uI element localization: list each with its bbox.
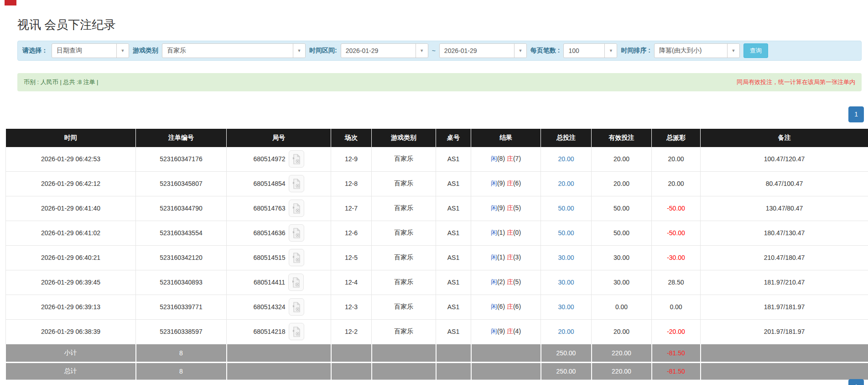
- total-bet-link[interactable]: 30.00: [558, 279, 574, 286]
- valid-bet-cell: 50.00: [592, 196, 652, 221]
- payout-cell: 20.00: [652, 147, 701, 172]
- video-file-icon: [292, 203, 301, 214]
- subtotal-remark-cell: [701, 344, 868, 362]
- table-no-cell: AS1: [436, 147, 471, 172]
- video-file-icon: [292, 153, 301, 165]
- total-table-cell: [436, 362, 471, 380]
- player-result-label: 闲: [491, 327, 497, 335]
- banker-result-score: (7): [513, 155, 521, 162]
- total-bet-link[interactable]: 50.00: [558, 229, 574, 237]
- query-type-select[interactable]: 日期查询 ▼: [52, 43, 129, 58]
- remark-cell: 181.97/210.47: [701, 270, 868, 295]
- column-header: 备注: [701, 129, 868, 147]
- game-type-cell: 百家乐: [372, 270, 436, 295]
- search-button[interactable]: 查询: [743, 43, 768, 58]
- total-bet-link[interactable]: 30.00: [558, 303, 574, 311]
- table-body: 2026-01-29 06:42:53523160347176680514972…: [6, 147, 868, 344]
- query-type-value: 日期查询: [52, 44, 116, 58]
- total-bet-cell: 30.00: [541, 270, 592, 295]
- video-button[interactable]: [289, 249, 304, 266]
- video-button[interactable]: [289, 200, 304, 217]
- session-cell: 12-2: [331, 319, 372, 344]
- total-bet-link[interactable]: 30.00: [558, 254, 574, 261]
- total-result-cell: [471, 362, 541, 380]
- game-type-cell: 百家乐: [372, 245, 436, 270]
- player-result-label: 闲: [491, 155, 497, 162]
- table-header-row: 时间注单编号局号场次游戏类别桌号结果总投注有效投注总派彩备注: [6, 129, 868, 147]
- total-bet-link[interactable]: 20.00: [558, 155, 574, 163]
- round-cell: 680514515: [227, 245, 331, 270]
- valid-bet-cell: 20.00: [592, 171, 652, 196]
- banker-result-score: (6): [513, 303, 521, 310]
- banker-result-score: (5): [513, 204, 521, 211]
- round-id: 680514636: [253, 229, 285, 237]
- same-round-notice: 同局有效投注，统一计算在该局第一张注单内: [737, 78, 855, 86]
- time-range-label: 时间区间:: [309, 47, 337, 55]
- page-button-1-bottom[interactable]: 1: [848, 379, 864, 385]
- subtotal-session-cell: [331, 344, 372, 362]
- subtotal-label-cell: 小计: [6, 344, 136, 362]
- date-from-select[interactable]: 2026-01-29 ▼: [341, 43, 428, 58]
- sort-select[interactable]: 降冪(由大到小) ▼: [654, 43, 740, 58]
- video-button[interactable]: [289, 150, 304, 168]
- video-button[interactable]: [289, 224, 304, 242]
- table-no-cell: AS1: [436, 270, 471, 295]
- session-cell: 12-6: [331, 221, 372, 245]
- time-cell: 2026-01-29 06:39:45: [6, 270, 136, 295]
- table-no-cell: AS1: [436, 196, 471, 221]
- valid-bet-cell: 30.00: [592, 245, 652, 270]
- game-type-select[interactable]: 百家乐 ▼: [162, 43, 306, 58]
- remark-cell: 210.47/180.47: [701, 245, 868, 270]
- total-bet-cell: 20.00: [541, 147, 592, 172]
- total-bet-link[interactable]: 50.00: [558, 205, 574, 212]
- remark-cell: 80.47/100.47: [701, 171, 868, 196]
- video-button[interactable]: [288, 274, 304, 291]
- total-total-bet-cell: 250.00: [541, 362, 592, 380]
- table-row: 2026-01-29 06:42:12523160345807680514854…: [6, 171, 868, 196]
- table-row: 2026-01-29 06:38:39523160338597680514218…: [6, 319, 868, 344]
- game-type-label: 游戏类别: [133, 47, 158, 55]
- subtotal-table-cell: [436, 344, 471, 362]
- chevron-down-icon[interactable]: ▼: [416, 44, 428, 58]
- table-row: 2026-01-29 06:39:45523160340893680514411…: [6, 270, 868, 295]
- page-button-1[interactable]: 1: [848, 106, 864, 123]
- video-button[interactable]: [289, 175, 304, 192]
- total-bet-link[interactable]: 20.00: [558, 328, 574, 335]
- round-id: 680514854: [253, 180, 285, 187]
- round-cell: 680514972: [227, 147, 331, 172]
- table-row: 2026-01-29 06:40:21523160342120680514515…: [6, 245, 868, 270]
- page-size-select[interactable]: 100 ▼: [563, 43, 617, 58]
- chevron-down-icon[interactable]: ▼: [604, 44, 617, 58]
- subtotal-payout-cell: -81.50: [652, 344, 701, 362]
- table-row: 2026-01-29 06:41:02523160343554680514636…: [6, 221, 868, 245]
- pagination-top: 1: [0, 106, 864, 123]
- session-cell: 12-9: [331, 147, 372, 172]
- chevron-down-icon[interactable]: ▼: [727, 44, 739, 58]
- video-button[interactable]: [289, 298, 304, 316]
- payout-cell: 0.00: [652, 295, 701, 319]
- total-round-cell: [227, 362, 331, 380]
- result-cell: 闲(1) 庄(3): [471, 245, 541, 270]
- video-file-icon: [292, 252, 301, 264]
- table-row: 2026-01-29 06:42:53523160347176680514972…: [6, 147, 868, 172]
- chevron-down-icon[interactable]: ▼: [514, 44, 526, 58]
- date-to-select[interactable]: 2026-01-29 ▼: [439, 43, 527, 58]
- total-session-cell: [331, 362, 372, 380]
- table-no-cell: AS1: [436, 245, 471, 270]
- round-id: 680514218: [253, 328, 285, 335]
- chevron-down-icon[interactable]: ▼: [293, 44, 305, 58]
- session-cell: 12-7: [331, 196, 372, 221]
- result-cell: 闲(1) 庄(0): [471, 221, 541, 245]
- player-result-label: 闲: [491, 204, 497, 211]
- column-header: 结果: [471, 129, 541, 147]
- round-id: 680514324: [253, 303, 285, 311]
- column-header: 总派彩: [652, 129, 701, 147]
- bet-id-cell: 523160340893: [136, 270, 227, 295]
- game-type-value: 百家乐: [162, 44, 293, 58]
- table-no-cell: AS1: [436, 221, 471, 245]
- video-button[interactable]: [289, 323, 304, 340]
- valid-bet-cell: 0.00: [592, 295, 652, 319]
- chevron-down-icon[interactable]: ▼: [116, 44, 129, 58]
- subtotal-valid-bet-cell: 220.00: [592, 344, 652, 362]
- total-bet-link[interactable]: 20.00: [558, 180, 574, 187]
